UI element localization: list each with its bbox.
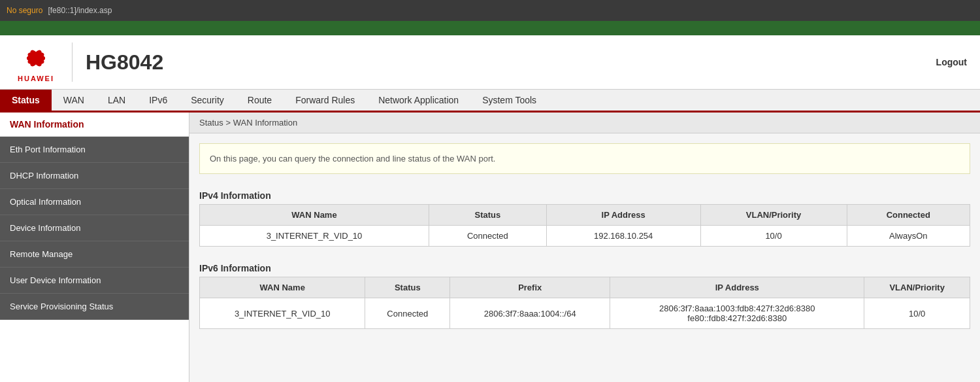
sidebar-item-remote-manage[interactable]: Remote Manage — [0, 241, 189, 268]
ipv6-col-prefix: Prefix — [450, 277, 610, 298]
security-warning: No seguro — [7, 6, 42, 15]
sidebar-item-user-device[interactable]: User Device Information — [0, 268, 189, 294]
ipv6-row-ip: 2806:3f7:8aaa:1003:fdb8:427f:32d6:8380 f… — [610, 298, 864, 329]
nav-item-forward-rules[interactable]: Forward Rules — [284, 90, 367, 111]
ipv6-ip-line2: fe80::fdb8:427f:32d6:8380 — [618, 313, 856, 323]
sidebar-item-dhcp[interactable]: DHCP Information — [0, 163, 189, 189]
sidebar: WAN Information Eth Port Information DHC… — [0, 113, 189, 382]
product-title: HG8042 — [86, 50, 163, 75]
header-divider — [72, 43, 73, 82]
ipv6-row-prefix: 2806:3f7:8aaa:1004::/64 — [450, 298, 610, 329]
ipv6-row-wan-name: 3_INTERNET_R_VID_10 — [200, 298, 365, 329]
body-layout: WAN Information Eth Port Information DHC… — [0, 113, 980, 382]
ipv6-row-vlan: 10/0 — [864, 298, 970, 329]
sidebar-item-service-prov[interactable]: Service Provisioning Status — [0, 294, 189, 320]
ipv6-col-vlan: VLAN/Priority — [864, 277, 970, 298]
main-container: HUAWEI HG8042 Logout Status WAN LAN IPv6… — [0, 35, 980, 382]
table-row: 3_INTERNET_R_VID_10 Connected 192.168.10… — [200, 226, 970, 247]
url-display: [fe80::1]/index.asp — [48, 6, 112, 15]
table-row: 3_INTERNET_R_VID_10 Connected 2806:3f7:8… — [200, 298, 970, 329]
page-header: HUAWEI HG8042 Logout — [0, 35, 980, 90]
ipv4-section-title: IPv4 Information — [189, 184, 980, 204]
nav-item-network-app[interactable]: Network Application — [367, 90, 470, 111]
ipv4-table: WAN Name Status IP Address VLAN/Priority… — [199, 204, 970, 247]
ipv6-row-status: Connected — [365, 298, 450, 329]
nav-item-lan[interactable]: LAN — [96, 90, 137, 111]
info-box: On this page, you can query the connecti… — [199, 143, 970, 174]
ipv6-col-wan-name: WAN Name — [200, 277, 365, 298]
ipv6-table: WAN Name Status Prefix IP Address VLAN/P… — [199, 277, 970, 329]
nav-bar: Status WAN LAN IPv6 Security Route Forwa… — [0, 90, 980, 113]
sidebar-header: WAN Information — [0, 113, 189, 137]
brand-name: HUAWEI — [18, 75, 54, 82]
nav-item-security[interactable]: Security — [179, 90, 236, 111]
browser-tab-bar — [0, 21, 980, 35]
ipv4-row-connected: AlwaysOn — [847, 226, 970, 247]
ipv4-row-status: Connected — [429, 226, 547, 247]
huawei-logo — [13, 42, 59, 75]
logout-button[interactable]: Logout — [936, 57, 967, 67]
sidebar-item-device-info[interactable]: Device Information — [0, 215, 189, 241]
ipv6-col-status: Status — [365, 277, 450, 298]
svg-point-6 — [33, 55, 39, 61]
nav-item-ipv6[interactable]: IPv6 — [137, 90, 179, 111]
ipv6-section-title: IPv6 Information — [189, 256, 980, 277]
nav-item-system-tools[interactable]: System Tools — [470, 90, 548, 111]
ipv4-col-status: Status — [429, 205, 547, 226]
nav-item-wan[interactable]: WAN — [52, 90, 96, 111]
nav-item-route[interactable]: Route — [236, 90, 284, 111]
ipv6-col-ip: IP Address — [610, 277, 864, 298]
ipv6-ip-line1: 2806:3f7:8aaa:1003:fdb8:427f:32d6:8380 — [618, 304, 856, 313]
ipv4-row-vlan: 10/0 — [700, 226, 847, 247]
ipv4-row-ip: 192.168.10.254 — [546, 226, 700, 247]
breadcrumb: Status > WAN Information — [189, 113, 980, 133]
ipv4-col-vlan: VLAN/Priority — [700, 205, 847, 226]
logo-area: HUAWEI — [13, 42, 59, 82]
browser-bar: No seguro [fe80::1]/index.asp — [0, 0, 980, 21]
header-left: HUAWEI HG8042 — [13, 42, 163, 82]
ipv4-row-wan-name: 3_INTERNET_R_VID_10 — [200, 226, 429, 247]
sidebar-item-optical[interactable]: Optical Information — [0, 189, 189, 215]
content-area: Status > WAN Information On this page, y… — [189, 113, 980, 382]
ipv4-col-ip: IP Address — [546, 205, 700, 226]
nav-item-status[interactable]: Status — [0, 90, 52, 111]
sidebar-item-eth-port[interactable]: Eth Port Information — [0, 137, 189, 163]
ipv4-col-wan-name: WAN Name — [200, 205, 429, 226]
ipv4-col-connected: Connected — [847, 205, 970, 226]
